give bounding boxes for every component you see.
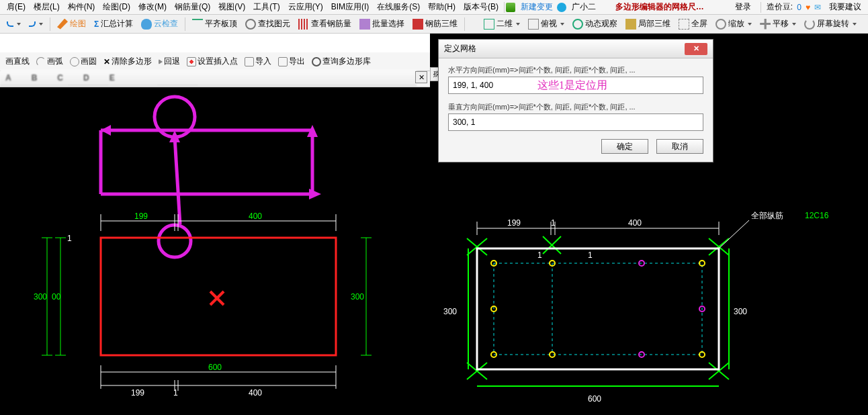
menu-e[interactable]: 肩(E) [3, 1, 30, 13]
fullscreen-button[interactable]: 全屏 [675, 17, 711, 31]
batch-select-button[interactable]: 批量选择 [355, 17, 408, 31]
h-spacing-label: 水平方向间距(mm)=>间距*个数, 间距, 间距*个数, 间距, ... [448, 65, 703, 75]
flat-slab-button[interactable]: 平齐板顶 [188, 17, 241, 31]
menu-online[interactable]: 在线服务(S) [373, 1, 424, 13]
dim-400: 400 [249, 212, 262, 221]
view-rebar-button[interactable]: 查看钢筋量 [294, 17, 355, 31]
agent-icon [557, 3, 566, 12]
sum-button[interactable]: Σ 汇总计算 [90, 17, 137, 31]
pan-button[interactable]: 平移 [756, 17, 800, 31]
menu-draw[interactable]: 绘图(D) [99, 1, 134, 13]
redo-icon [29, 21, 36, 27]
rdim-600: 600 [588, 394, 601, 404]
pan-icon [760, 19, 771, 30]
login-link[interactable]: 登录 [731, 1, 755, 13]
full-icon [679, 19, 689, 30]
dialog-title: 定义网格 [444, 43, 685, 54]
rdim-300r: 300 [734, 307, 747, 316]
arc-icon [36, 57, 46, 66]
draw-arc-button[interactable]: 画弧 [34, 54, 66, 68]
dim-300b: 00 [52, 292, 61, 302]
dim-1-top: 1 [67, 234, 72, 243]
toolbar-row: 绘图 Σ 汇总计算 云检查 平齐板顶 查找图元 查看钢筋量 批量选择 钢筋三维 … [0, 15, 868, 34]
find-icon [245, 19, 256, 30]
rdim-199: 199 [507, 218, 521, 228]
close-editor-button[interactable]: ✕ [415, 71, 427, 83]
new-change-icon [506, 3, 515, 12]
dynamic-view-button[interactable]: 动态观察 [568, 17, 621, 31]
2d-button[interactable]: 二维 [480, 17, 524, 31]
v-spacing-input[interactable] [453, 118, 699, 127]
new-change-button[interactable]: 新建变更 [517, 1, 557, 13]
set-insert-button[interactable]: 设置插入点 [184, 54, 241, 68]
undo-step-button[interactable]: 回退 [156, 54, 183, 68]
clear-icon: ✕ [103, 57, 110, 66]
perspective-button[interactable]: 俯视 [524, 17, 568, 31]
dim-300a: 300 [34, 292, 47, 302]
circle-icon [70, 57, 79, 66]
cancel-button[interactable]: 取消 [656, 139, 703, 154]
h-spacing-note: 这些1是定位用 [537, 79, 607, 93]
h-spacing-input[interactable] [453, 81, 513, 90]
menu-modify[interactable]: 修改(M) [134, 1, 171, 13]
dim-b1: 1 [173, 388, 178, 398]
login-area: 登录 造价豆:0 ♥ ✉ 我要建议 [731, 1, 865, 13]
heart-icon[interactable]: ♥ [806, 3, 810, 12]
undo-button[interactable] [3, 20, 25, 28]
menu-bim[interactable]: BIM应用(I) [327, 1, 374, 13]
orbit-icon [572, 19, 583, 30]
menu-cloud[interactable]: 云应用(Y) [284, 1, 327, 13]
agent-link[interactable]: 广小二 [568, 1, 600, 13]
v-spacing-label: 垂直方向间距(mm)=>间距*个数, 间距, 间距*个数, 间距, ... [448, 102, 703, 112]
screen-rotate-button[interactable]: 屏幕旋转 [800, 17, 861, 31]
menu-view[interactable]: 视图(V) [214, 1, 249, 13]
rdim-i1a: 1 [537, 250, 542, 260]
local-3d-button[interactable]: 局部三维 [621, 17, 675, 31]
dim-199: 199 [134, 212, 148, 221]
menu-floor[interactable]: 楼层(L) [30, 1, 64, 13]
ok-button[interactable]: 确定 [601, 139, 648, 154]
align-icon [192, 19, 203, 30]
menu-help[interactable]: 帮助(H) [424, 1, 460, 13]
zoom-button[interactable]: 缩放 [711, 17, 756, 31]
redo-button[interactable] [25, 20, 47, 28]
menu-component[interactable]: 构件(N) [64, 1, 99, 13]
back-icon [159, 59, 163, 64]
rotate-icon [804, 19, 815, 30]
section-outline [477, 248, 719, 369]
main-menu: 肩(E) 楼层(L) 构件(N) 绘图(D) 修改(M) 钢筋量(Q) 视图(V… [0, 0, 868, 15]
draw-line-button[interactable]: 画直线 [3, 54, 32, 68]
view2d-icon [484, 19, 494, 30]
export-button[interactable]: 导出 [275, 54, 308, 68]
points-label: 造价豆: [767, 1, 793, 13]
find-elem-button[interactable]: 查找图元 [241, 17, 294, 31]
draw-circle-button[interactable]: 画圆 [67, 54, 99, 68]
import-button[interactable]: 导入 [242, 54, 274, 68]
persp-icon [528, 19, 539, 30]
rebar-label: 全部纵筋 [751, 211, 783, 220]
svg-line-9 [175, 137, 180, 224]
query-lib-button[interactable]: 查询多边形库 [309, 54, 374, 68]
dim-300r: 300 [351, 292, 364, 302]
dim-b199: 199 [131, 388, 144, 398]
dim-b400: 400 [249, 388, 262, 398]
right-canvas[interactable]: 殊布筋 定义网格 ✕ 水平方向间距(mm)=>间距*个数, 间距, 间距*个数,… [430, 34, 868, 415]
menu-tools[interactable]: 工具(T) [249, 1, 284, 13]
clear-polygon-button[interactable]: ✕ 清除多边形 [101, 54, 155, 68]
suggest-link[interactable]: 我要建议 [825, 1, 865, 13]
dim-600: 600 [208, 363, 222, 372]
menu-version[interactable]: 版本号(B) [460, 1, 503, 13]
rebar-icon [298, 19, 309, 30]
chat-icon[interactable]: ✉ [814, 3, 821, 12]
rebar-3d-button[interactable]: 钢筋三维 [408, 17, 462, 31]
left-canvas[interactable]: 199 400 1 300 00 300 [0, 87, 430, 415]
local3d-icon [625, 19, 636, 30]
cloud-check-button[interactable]: 云检查 [137, 17, 182, 31]
cloud-icon [141, 19, 152, 30]
draw-mode-button[interactable]: 绘图 [53, 17, 90, 31]
svg-rect-49 [494, 263, 702, 355]
rdim-i1b: 1 [588, 250, 593, 260]
batch-icon [359, 19, 370, 30]
dialog-close-button[interactable]: ✕ [685, 43, 707, 55]
menu-rebar[interactable]: 钢筋量(Q) [171, 1, 214, 13]
